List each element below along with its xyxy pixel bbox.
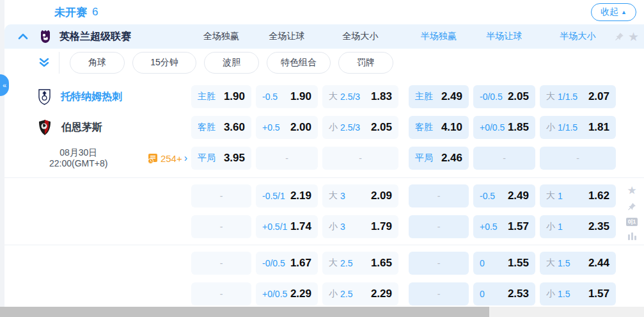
league-title: 英格兰超级联赛 xyxy=(59,30,131,44)
odds-cell[interactable]: 小1/1.51.81 xyxy=(540,116,616,139)
match-tools-icons: ★ 0|1 xyxy=(624,185,640,241)
odds-cell[interactable]: +0.52.00 xyxy=(256,116,318,139)
markets-list-icon xyxy=(147,153,159,164)
collapse-button[interactable]: 收起 ▲ xyxy=(591,3,636,21)
odds-cell[interactable]: 主胜2.49 xyxy=(409,85,469,108)
odds-cell[interactable]: 平局3.95 xyxy=(191,147,251,170)
odds-cell: - xyxy=(322,147,398,170)
tabs-divider xyxy=(59,52,59,74)
odds-row-cells: 平局3.95--平局2.46-- xyxy=(191,147,620,170)
score-badge-icon[interactable]: 0|1 xyxy=(626,218,638,226)
odds-cell: - xyxy=(191,252,251,275)
odds-cell[interactable]: 大1.52.44 xyxy=(540,252,616,275)
odds-cell: - xyxy=(409,282,469,305)
more-markets-link[interactable]: 254+ › xyxy=(147,153,187,164)
market-tab-波胆[interactable]: 波胆 xyxy=(204,52,259,74)
odds-cell[interactable]: 大11.62 xyxy=(540,184,616,207)
horizontal-scrollbar[interactable] xyxy=(0,307,644,317)
odds-cell[interactable]: 客胜3.60 xyxy=(191,116,251,139)
odds-cell: - xyxy=(191,215,251,238)
odds-cell[interactable]: 小31.79 xyxy=(322,215,398,238)
column-header[interactable]: 全场独赢 xyxy=(191,24,251,49)
odds-cell: - xyxy=(409,184,469,207)
stats-bar-chart-icon[interactable] xyxy=(627,232,637,241)
odds-cell: - xyxy=(540,147,616,170)
column-header[interactable]: 全场大小 xyxy=(322,24,398,49)
column-header[interactable]: 全场让球 xyxy=(256,24,318,49)
league-header-left: 英格兰超级联赛 xyxy=(4,29,191,44)
home-team-label[interactable]: 托特纳姆热刺 xyxy=(4,88,191,105)
odds-row: --0.5/12.19大32.09--0.52.49大11.62 xyxy=(4,184,644,207)
column-header[interactable]: 半场大小 xyxy=(540,24,616,49)
odds-cell[interactable]: -0.51.90 xyxy=(256,85,318,108)
odds-group-main: 托特纳姆热刺 主胜1.90-0.51.90大2.5/31.83主胜2.49-0/… xyxy=(4,77,644,177)
odds-cell: - xyxy=(409,215,469,238)
double-chevron-down-icon[interactable] xyxy=(38,58,50,68)
home-team-row: 托特纳姆热刺 主胜1.90-0.51.90大2.5/31.83主胜2.49-0/… xyxy=(4,85,644,108)
favorite-star-icon[interactable]: ★ xyxy=(627,185,636,196)
odds-cell[interactable]: 大2.5/31.83 xyxy=(322,85,398,108)
odds-cell[interactable]: 小12.35 xyxy=(540,215,616,238)
odds-group-3: --0/0.51.67大2.51.65-01.55大1.52.44 -+0/0.… xyxy=(4,245,644,312)
away-team-label[interactable]: 伯恩茅斯 xyxy=(4,119,191,136)
odds-cell[interactable]: -0/0.52.05 xyxy=(473,85,535,108)
odds-cell[interactable]: +0.5/11.74 xyxy=(256,215,318,238)
premier-league-logo xyxy=(39,29,52,44)
left-edge-strip xyxy=(0,0,4,307)
match-count: 6 xyxy=(92,6,98,19)
market-tab-15分钟[interactable]: 15分钟 xyxy=(132,52,196,74)
odds-cell: - xyxy=(256,147,318,170)
draw-row: 08月30日 22:00(GMT+8) 254+ › xyxy=(4,147,644,170)
odds-cell[interactable]: 小2.52.29 xyxy=(322,282,398,305)
chevron-right-icon: › xyxy=(184,153,187,163)
match-datetime: 08月30日 22:00(GMT+8) xyxy=(49,147,107,169)
odds-cell[interactable]: -0/0.51.67 xyxy=(256,252,318,275)
match-meta: 08月30日 22:00(GMT+8) 254+ › xyxy=(4,147,191,169)
odds-cell[interactable]: 小2.5/32.05 xyxy=(322,116,398,139)
star-icon[interactable]: ★ xyxy=(628,31,639,43)
market-tab-pills: 角球15分钟波胆特色组合罚牌 xyxy=(70,52,401,74)
betting-page: 未开赛 6 收起 ▲ 英格兰超级联赛 全场独赢全场让球全场大小半场独赢半场让球半 xyxy=(0,0,644,317)
column-header[interactable]: 半场独赢 xyxy=(409,24,469,49)
odds-cell[interactable]: 平局2.46 xyxy=(409,147,469,170)
top-bar: 未开赛 6 收起 ▲ xyxy=(4,0,644,24)
match-date: 08月30日 xyxy=(49,147,107,158)
away-team-name: 伯恩茅斯 xyxy=(61,121,102,134)
chevron-up-icon[interactable] xyxy=(18,33,28,40)
odds-cell[interactable]: 大1/1.52.07 xyxy=(540,85,616,108)
odds-row: -+0.5/11.74小31.79-+0.51.57小12.35 xyxy=(4,215,644,238)
league-header: 英格兰超级联赛 全场独赢全场让球全场大小半场独赢半场让球半场大小 ★ xyxy=(4,24,644,49)
odds-cell[interactable]: 02.53 xyxy=(473,282,535,305)
scrollbar-thumb[interactable] xyxy=(0,307,489,317)
odds-row-cells: --0.5/12.19大32.09--0.52.49大11.62 xyxy=(191,184,620,207)
odds-cell[interactable]: 主胜1.90 xyxy=(191,85,251,108)
odds-cell[interactable]: -0.5/12.19 xyxy=(256,184,318,207)
odds-cell[interactable]: -0.52.49 xyxy=(473,184,535,207)
odds-cell[interactable]: +0/0.52.29 xyxy=(256,282,318,305)
market-tab-罚牌[interactable]: 罚牌 xyxy=(338,52,393,74)
odds-row-cells: 主胜1.90-0.51.90大2.5/31.83主胜2.49-0/0.52.05… xyxy=(191,85,620,108)
odds-row-cells: 客胜3.60+0.52.00小2.5/32.05客胜4.10+0/0.51.85… xyxy=(191,116,620,139)
pin-icon[interactable] xyxy=(627,202,637,212)
odds-cell: - xyxy=(409,252,469,275)
pin-icon[interactable] xyxy=(614,31,625,42)
match-status-label: 未开赛 xyxy=(54,5,87,20)
column-header[interactable]: 半场让球 xyxy=(473,24,535,49)
market-tab-角球[interactable]: 角球 xyxy=(70,52,125,74)
odds-row: --0/0.51.67大2.51.65-01.55大1.52.44 xyxy=(4,252,644,275)
odds-cell[interactable]: 大32.09 xyxy=(322,184,398,207)
odds-group-2: --0.5/12.19大32.09--0.52.49大11.62 -+0.5/1… xyxy=(4,178,644,245)
market-tabs-row: 角球15分钟波胆特色组合罚牌 xyxy=(4,49,644,77)
odds-cell[interactable]: 大2.51.65 xyxy=(322,252,398,275)
home-team-name: 托特纳姆热刺 xyxy=(61,90,122,104)
bournemouth-crest-icon xyxy=(38,119,52,136)
odds-row-cells: -+0/0.52.29小2.52.29-02.53小1.51.57 xyxy=(191,282,620,305)
odds-cell[interactable]: +0/0.51.85 xyxy=(473,116,535,139)
odds-cell[interactable]: 小1.51.57 xyxy=(540,282,616,305)
odds-cell[interactable]: 客胜4.10 xyxy=(409,116,469,139)
market-tab-特色组合[interactable]: 特色组合 xyxy=(267,52,331,74)
odds-cell[interactable]: +0.51.57 xyxy=(473,215,535,238)
odds-cell[interactable]: 01.55 xyxy=(473,252,535,275)
match-time: 22:00(GMT+8) xyxy=(49,158,107,169)
odds-row-cells: --0/0.51.67大2.51.65-01.55大1.52.44 xyxy=(191,252,620,275)
